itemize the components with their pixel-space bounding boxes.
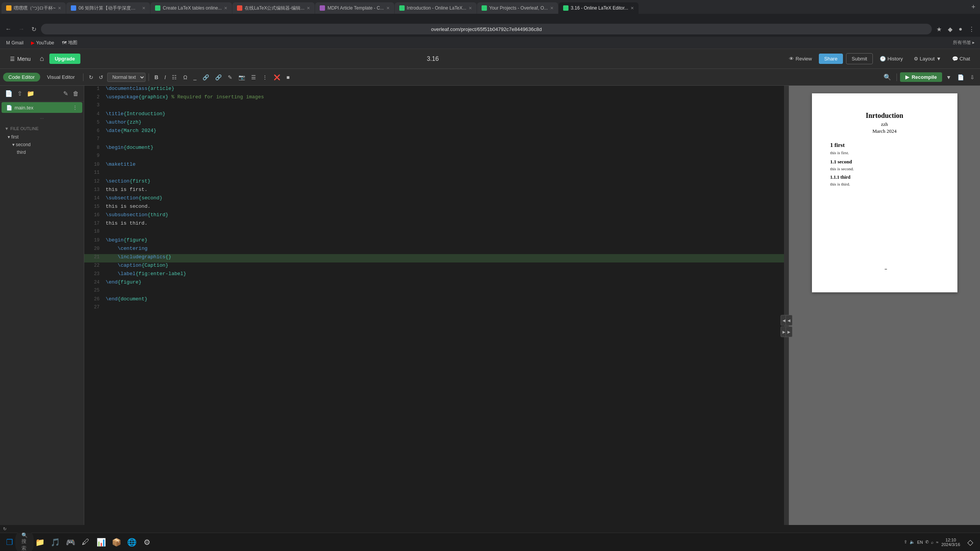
bookmark-youtube[interactable]: ▶ YouTube <box>28 39 57 46</box>
editor-icon-2[interactable]: ⇩ <box>968 73 977 82</box>
code-line[interactable]: 18 <box>84 229 784 237</box>
code-line[interactable]: 20 \centering <box>84 246 784 254</box>
code-line[interactable]: 13this is first. <box>84 187 784 195</box>
taskbar-icon-8[interactable]: ⚙ <box>140 535 154 549</box>
format-btn-13[interactable]: ■ <box>284 73 292 82</box>
search-taskbar[interactable]: 🔍 搜索 <box>18 535 31 549</box>
delete-btn[interactable]: 🗑 <box>72 89 80 98</box>
code-editor-btn[interactable]: Code Editor <box>3 73 40 82</box>
browser-tab[interactable]: Introduction - Online LaTeX... ✕ <box>395 2 477 14</box>
browser-tab[interactable]: 06 矩阵计算【动手学深度学习... ✕ <box>66 2 150 14</box>
review-button[interactable]: 👁 Review <box>785 54 816 64</box>
taskbar-notification[interactable]: ◇ <box>963 535 977 549</box>
taskbar-icon-1[interactable]: 📁 <box>33 535 47 549</box>
bold-button[interactable]: B <box>152 73 160 82</box>
file-menu-btn[interactable]: ⋮ <box>72 104 78 111</box>
submit-button[interactable]: Submit <box>846 53 873 64</box>
code-line[interactable]: 19\begin{figure} <box>84 237 784 246</box>
format-btn-10[interactable]: ☰ <box>249 73 258 82</box>
all-bookmarks-btn[interactable]: 所有书签 ▸ <box>951 38 977 47</box>
code-line[interactable]: 7 <box>84 136 784 145</box>
preview-collapse-left[interactable]: ◀ <box>786 315 792 326</box>
share-button[interactable]: Share <box>819 54 843 64</box>
code-line[interactable]: 25 <box>84 288 784 296</box>
taskbar-icon-2[interactable]: 🎵 <box>48 535 62 549</box>
code-line[interactable]: 15this is second. <box>84 204 784 212</box>
code-line[interactable]: 16\subsubsection{third} <box>84 212 784 220</box>
layout-button[interactable]: ⚙ Layout ▼ <box>910 54 945 64</box>
upgrade-button[interactable]: Upgrade <box>49 54 80 64</box>
code-line[interactable]: 9 <box>84 153 784 161</box>
recompile-button[interactable]: ▶ Recompile <box>900 72 942 82</box>
bookmark-map[interactable]: 🗺 地图 <box>59 39 80 47</box>
add-folder-btn[interactable]: 📁 <box>26 89 36 98</box>
browser-tab[interactable]: MDPI Article Template - C... ✕ <box>315 2 394 14</box>
taskbar-icon-4[interactable]: 🖊 <box>79 535 93 549</box>
code-line[interactable]: 11 <box>84 170 784 178</box>
outline-item[interactable]: ▾ second <box>5 141 79 148</box>
italic-button[interactable]: I <box>162 73 168 82</box>
code-line[interactable]: 26\end{document} <box>84 296 784 305</box>
outline-item[interactable]: ▾ first <box>5 133 79 141</box>
start-button[interactable]: ❐ <box>3 536 16 548</box>
code-line[interactable]: 24\end{figure} <box>84 279 784 288</box>
text-format-select[interactable]: Normal text Heading 1 Heading 2 Heading … <box>107 73 145 82</box>
preview-collapse-right[interactable]: ▶ <box>786 326 792 337</box>
browser-tab[interactable]: 在线LaTeX公式编辑器-编辑... ✕ <box>232 2 315 14</box>
home-button[interactable]: ⌂ <box>38 52 46 65</box>
code-line[interactable]: 8\begin{document} <box>84 145 784 153</box>
reload-button[interactable]: ↻ <box>29 24 39 34</box>
code-line[interactable]: 6\date{March 2024} <box>84 128 784 136</box>
taskbar-icon-5[interactable]: 📊 <box>94 535 108 549</box>
code-line[interactable]: 5\author{zzh} <box>84 119 784 128</box>
file-item-main[interactable]: 📄 main.tex ⋮ <box>2 102 82 113</box>
bookmark-star[interactable]: ★ <box>934 24 944 34</box>
format-btn-5[interactable]: ⎯ <box>191 73 199 82</box>
code-line[interactable]: 21 \includegraphics{} <box>84 254 784 262</box>
code-line[interactable]: 23 \label{fig:enter-label} <box>84 271 784 279</box>
editor-icon-1[interactable]: 📄 <box>955 73 966 82</box>
browser-tab[interactable]: Create LaTeX tables online... ✕ <box>150 2 232 14</box>
taskbar-icon-6[interactable]: 📦 <box>109 535 123 549</box>
format-btn-11[interactable]: ⋮ <box>260 73 270 82</box>
code-area[interactable]: 1\documentclass{article}2\usepackage{gra… <box>84 86 784 551</box>
new-tab-button[interactable]: + <box>968 3 978 11</box>
code-line[interactable]: 22 \caption{Caption} <box>84 262 784 271</box>
new-file-btn[interactable]: 📄 <box>4 89 14 98</box>
format-btn-4[interactable]: Ω <box>181 73 189 82</box>
bookmark-gmail[interactable]: M Gmail <box>3 39 26 46</box>
code-line[interactable]: 17this is third. <box>84 220 784 229</box>
browser-tab[interactable]: 3.16 - Online LaTeX Editor... ✕ <box>559 2 639 14</box>
address-bar[interactable] <box>41 24 932 34</box>
browser-tab[interactable]: Your Projects - Overleaf, O... ✕ <box>477 2 558 14</box>
taskbar-icon-7[interactable]: 🌐 <box>125 535 139 549</box>
taskbar-icon-3[interactable]: 🎮 <box>64 535 77 549</box>
back-button[interactable]: ← <box>3 24 14 34</box>
visual-editor-btn[interactable]: Visual Editor <box>42 73 80 82</box>
undo-button[interactable]: ↻ <box>87 73 96 82</box>
history-button[interactable]: 🕐 History <box>876 54 906 64</box>
more-btn[interactable]: ⋮ <box>966 24 977 34</box>
code-line[interactable]: 27 <box>84 305 784 313</box>
code-line[interactable]: 2\usepackage{graphicx} % Required for in… <box>84 94 784 103</box>
menu-button[interactable]: ☰ Menu <box>6 54 34 64</box>
chat-button[interactable]: 💬 Chat <box>948 54 974 64</box>
code-line[interactable]: 1\documentclass{article} <box>84 86 784 94</box>
format-btn-9[interactable]: 📷 <box>236 73 247 82</box>
profile-btn[interactable]: ● <box>956 24 965 34</box>
format-btn-8[interactable]: ✎ <box>225 73 235 82</box>
code-line[interactable]: 14\subsection{second} <box>84 195 784 204</box>
code-line[interactable]: 10\maketitle <box>84 161 784 170</box>
outline-item[interactable]: third <box>5 148 79 156</box>
extension-btn[interactable]: ◆ <box>946 24 955 34</box>
format-btn-3[interactable]: ☷ <box>170 73 179 82</box>
format-btn-6[interactable]: 🔗 <box>200 73 211 82</box>
code-line[interactable]: 3 <box>84 103 784 111</box>
format-btn-12[interactable]: ❌ <box>271 73 283 82</box>
file-outline-title[interactable]: ▼ File outline <box>5 126 79 131</box>
rename-btn[interactable]: ✎ <box>62 89 69 98</box>
code-line[interactable]: 12\section{first} <box>84 178 784 187</box>
search-button[interactable]: 🔍 <box>881 72 893 82</box>
format-btn-7[interactable]: 🔗 <box>213 73 224 82</box>
redo-button[interactable]: ↺ <box>96 73 106 82</box>
